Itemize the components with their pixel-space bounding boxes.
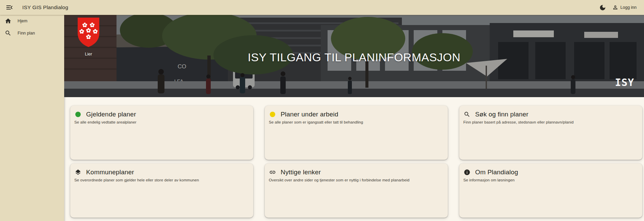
login-label: Logg inn xyxy=(620,5,637,10)
cards-grid: Gjeldende planer Se alle endelig vedtatt… xyxy=(64,97,644,218)
card-nyttige-lenker[interactable]: Nyttige lenker Oversikt over andre sider… xyxy=(265,163,448,218)
moon-icon xyxy=(599,4,606,11)
card-subtitle: Se alle planer som er igangsatt eller ta… xyxy=(269,120,444,124)
lier-coat-of-arms xyxy=(77,17,100,48)
menu-open-icon xyxy=(5,3,14,12)
card-title: Planer under arbeid xyxy=(281,111,338,118)
link-icon xyxy=(269,169,276,176)
layers-icon xyxy=(75,169,81,176)
card-om-plandialog[interactable]: Om Plandialog Se informasjon om løsninge… xyxy=(459,163,642,218)
card-subtitle: Se alle endelig vedtatte arealplaner xyxy=(74,120,249,124)
hero-banner: CO LFA xyxy=(64,15,644,97)
main-content: CO LFA xyxy=(64,15,644,221)
drawer: Hjem Finn plan xyxy=(0,15,64,221)
login-button[interactable]: Logg inn xyxy=(611,2,638,13)
card-title: Søk og finn planer xyxy=(475,111,529,118)
status-dot-green-icon xyxy=(75,112,81,117)
theme-toggle-button[interactable] xyxy=(598,3,608,13)
card-subtitle: Finn planer basert på adresse, stedsnavn… xyxy=(463,120,638,124)
info-icon xyxy=(464,169,470,176)
sidebar-item-label: Hjem xyxy=(18,19,27,23)
card-subtitle: Oversikt over andre sider og tjenester s… xyxy=(269,178,444,182)
person-icon xyxy=(612,4,618,10)
app-bar: ISY GIS Plandialog Logg inn xyxy=(0,0,644,15)
status-dot-yellow-icon xyxy=(270,112,275,117)
card-title: Nyttige lenker xyxy=(281,169,321,176)
home-icon xyxy=(5,18,11,24)
card-sok-og-finn-planer[interactable]: Søk og finn planer Finn planer basert på… xyxy=(459,106,642,160)
card-subtitle: Se informasjon om løsningen xyxy=(463,178,638,182)
card-planer-under-arbeid[interactable]: Planer under arbeid Se alle planer som e… xyxy=(265,106,448,160)
menu-button[interactable] xyxy=(4,2,15,13)
sidebar-item-hjem[interactable]: Hjem xyxy=(0,15,64,27)
isy-logo: ISY xyxy=(615,77,635,90)
sidebar-item-label: Finn plan xyxy=(18,31,35,36)
search-icon xyxy=(464,111,470,118)
app-title: ISY GIS Plandialog xyxy=(22,4,68,10)
card-gjeldende-planer[interactable]: Gjeldende planer Se alle endelig vedtatt… xyxy=(70,106,253,160)
card-title: Gjeldende planer xyxy=(86,111,136,118)
svg-text:ISY: ISY xyxy=(615,77,634,88)
card-title: Om Plandialog xyxy=(475,169,518,176)
search-icon xyxy=(5,30,11,37)
card-title: Kommuneplaner xyxy=(86,169,134,176)
card-subtitle: Se overordnede planer som gjelder hele e… xyxy=(74,178,249,182)
hero-heading: ISY TILGANG TIL PLANINFORMASJON xyxy=(64,51,644,64)
card-kommuneplaner[interactable]: Kommuneplaner Se overordnede planer som … xyxy=(70,163,253,218)
sidebar-item-finn-plan[interactable]: Finn plan xyxy=(0,27,64,39)
